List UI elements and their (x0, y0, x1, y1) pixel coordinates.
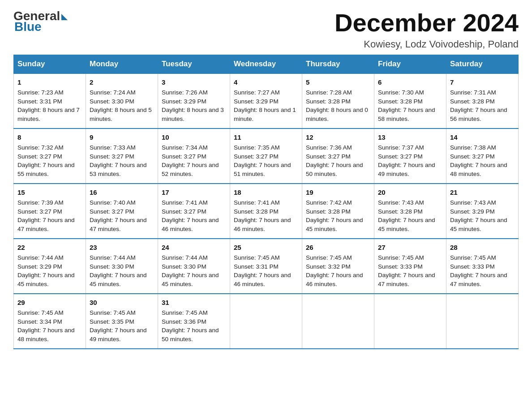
calendar-cell: 24 Sunrise: 7:44 AM Sunset: 3:30 PM Dayl… (158, 239, 230, 294)
daylight-label: Daylight: 7 hours and 47 minutes. (17, 217, 75, 232)
calendar-cell: 7 Sunrise: 7:31 AM Sunset: 3:28 PM Dayli… (446, 73, 519, 128)
day-number: 18 (234, 188, 298, 197)
daylight-label: Daylight: 7 hours and 50 minutes. (162, 327, 219, 342)
col-tuesday: Tuesday (158, 55, 230, 73)
calendar-cell (446, 294, 519, 349)
sunrise-label: Sunrise: 7:45 AM (90, 309, 136, 316)
daylight-label: Daylight: 7 hours and 55 minutes. (17, 162, 75, 177)
sunrise-label: Sunrise: 7:33 AM (90, 144, 136, 151)
calendar-cell (230, 294, 302, 349)
col-saturday: Saturday (446, 55, 519, 73)
calendar-cell (374, 294, 446, 349)
day-number: 23 (90, 243, 154, 253)
day-number: 17 (162, 188, 226, 197)
calendar-cell: 30 Sunrise: 7:45 AM Sunset: 3:35 PM Dayl… (86, 294, 158, 349)
sunrise-label: Sunrise: 7:44 AM (17, 254, 64, 261)
calendar-cell: 13 Sunrise: 7:37 AM Sunset: 3:27 PM Dayl… (374, 128, 446, 184)
calendar-cell: 9 Sunrise: 7:33 AM Sunset: 3:27 PM Dayli… (86, 128, 158, 184)
day-number: 7 (450, 77, 515, 87)
calendar-cell: 21 Sunrise: 7:43 AM Sunset: 3:29 PM Dayl… (446, 184, 519, 239)
calendar-cell: 18 Sunrise: 7:41 AM Sunset: 3:28 PM Dayl… (230, 184, 302, 239)
calendar-cell: 25 Sunrise: 7:45 AM Sunset: 3:31 PM Dayl… (230, 239, 302, 294)
day-number: 24 (162, 243, 226, 253)
sunrise-label: Sunrise: 7:44 AM (90, 254, 136, 261)
sunrise-label: Sunrise: 7:31 AM (450, 89, 496, 96)
sunset-label: Sunset: 3:27 PM (17, 153, 62, 160)
daylight-label: Daylight: 7 hours and 46 minutes. (162, 217, 219, 232)
calendar-cell: 17 Sunrise: 7:41 AM Sunset: 3:27 PM Dayl… (158, 184, 230, 239)
daylight-label: Daylight: 7 hours and 45 minutes. (162, 272, 219, 287)
sunset-label: Sunset: 3:35 PM (90, 318, 134, 325)
calendar-cell: 3 Sunrise: 7:26 AM Sunset: 3:29 PM Dayli… (158, 73, 230, 128)
calendar-cell: 23 Sunrise: 7:44 AM Sunset: 3:30 PM Dayl… (86, 239, 158, 294)
sunset-label: Sunset: 3:29 PM (162, 98, 206, 105)
sunset-label: Sunset: 3:34 PM (17, 318, 62, 325)
calendar-cell: 29 Sunrise: 7:45 AM Sunset: 3:34 PM Dayl… (14, 294, 86, 349)
month-title: December 2024 (335, 9, 519, 37)
sunrise-label: Sunrise: 7:41 AM (162, 199, 208, 206)
logo-blue-text: Blue (14, 20, 42, 34)
day-number: 3 (162, 77, 226, 87)
calendar-cell: 15 Sunrise: 7:39 AM Sunset: 3:27 PM Dayl… (14, 184, 86, 239)
sunset-label: Sunset: 3:27 PM (306, 153, 351, 160)
week-row-1: 1 Sunrise: 7:23 AM Sunset: 3:31 PM Dayli… (14, 73, 519, 128)
day-number: 31 (162, 298, 226, 308)
sunrise-label: Sunrise: 7:40 AM (90, 199, 136, 206)
daylight-label: Daylight: 7 hours and 52 minutes. (162, 162, 219, 177)
daylight-label: Daylight: 7 hours and 46 minutes. (306, 272, 363, 287)
daylight-label: Daylight: 7 hours and 47 minutes. (378, 272, 435, 287)
sunrise-label: Sunrise: 7:32 AM (17, 144, 64, 151)
calendar-cell: 6 Sunrise: 7:30 AM Sunset: 3:28 PM Dayli… (374, 73, 446, 128)
calendar-table: Sunday Monday Tuesday Wednesday Thursday… (13, 55, 519, 349)
sunset-label: Sunset: 3:27 PM (90, 208, 134, 215)
day-number: 10 (162, 133, 226, 142)
calendar-cell: 26 Sunrise: 7:45 AM Sunset: 3:32 PM Dayl… (302, 239, 374, 294)
sunset-label: Sunset: 3:31 PM (234, 263, 279, 270)
sunrise-label: Sunrise: 7:45 AM (234, 254, 280, 261)
day-number: 29 (17, 298, 82, 308)
sunset-label: Sunset: 3:28 PM (378, 208, 423, 215)
calendar-cell: 2 Sunrise: 7:24 AM Sunset: 3:30 PM Dayli… (86, 73, 158, 128)
sunrise-label: Sunrise: 7:38 AM (450, 144, 496, 151)
sunrise-label: Sunrise: 7:39 AM (17, 199, 64, 206)
week-row-2: 8 Sunrise: 7:32 AM Sunset: 3:27 PM Dayli… (14, 128, 519, 184)
col-monday: Monday (86, 55, 158, 73)
day-number: 20 (378, 188, 442, 197)
day-number: 25 (234, 243, 298, 253)
day-number: 28 (450, 243, 515, 253)
calendar-cell: 8 Sunrise: 7:32 AM Sunset: 3:27 PM Dayli… (14, 128, 86, 184)
calendar-cell: 1 Sunrise: 7:23 AM Sunset: 3:31 PM Dayli… (14, 73, 86, 128)
sunset-label: Sunset: 3:33 PM (450, 263, 495, 270)
daylight-label: Daylight: 8 hours and 1 minute. (234, 107, 296, 122)
calendar-cell: 19 Sunrise: 7:42 AM Sunset: 3:28 PM Dayl… (302, 184, 374, 239)
sunset-label: Sunset: 3:29 PM (450, 208, 495, 215)
daylight-label: Daylight: 8 hours and 7 minutes. (17, 107, 80, 122)
sunrise-label: Sunrise: 7:43 AM (378, 199, 424, 206)
sunset-label: Sunset: 3:27 PM (90, 153, 134, 160)
sunrise-label: Sunrise: 7:45 AM (450, 254, 496, 261)
sunset-label: Sunset: 3:28 PM (378, 98, 423, 105)
sunrise-label: Sunrise: 7:34 AM (162, 144, 208, 151)
day-number: 22 (17, 243, 82, 253)
sunset-label: Sunset: 3:30 PM (90, 98, 134, 105)
calendar-cell: 20 Sunrise: 7:43 AM Sunset: 3:28 PM Dayl… (374, 184, 446, 239)
daylight-label: Daylight: 7 hours and 45 minutes. (17, 272, 75, 287)
daylight-label: Daylight: 7 hours and 58 minutes. (378, 107, 435, 122)
daylight-label: Daylight: 8 hours and 3 minutes. (162, 107, 224, 122)
day-number: 13 (378, 133, 442, 142)
sunset-label: Sunset: 3:27 PM (450, 153, 495, 160)
daylight-label: Daylight: 7 hours and 53 minutes. (90, 162, 147, 177)
calendar-cell: 5 Sunrise: 7:28 AM Sunset: 3:28 PM Dayli… (302, 73, 374, 128)
daylight-label: Daylight: 7 hours and 46 minutes. (234, 272, 291, 287)
sunset-label: Sunset: 3:27 PM (162, 208, 206, 215)
day-number: 11 (234, 133, 298, 142)
sunrise-label: Sunrise: 7:26 AM (162, 89, 208, 96)
sunrise-label: Sunrise: 7:37 AM (378, 144, 424, 151)
daylight-label: Daylight: 7 hours and 47 minutes. (450, 272, 507, 287)
day-number: 14 (450, 133, 515, 142)
col-wednesday: Wednesday (230, 55, 302, 73)
day-number: 19 (306, 188, 370, 197)
sunrise-label: Sunrise: 7:30 AM (378, 89, 424, 96)
sunset-label: Sunset: 3:32 PM (306, 263, 351, 270)
calendar-cell: 11 Sunrise: 7:35 AM Sunset: 3:27 PM Dayl… (230, 128, 302, 184)
